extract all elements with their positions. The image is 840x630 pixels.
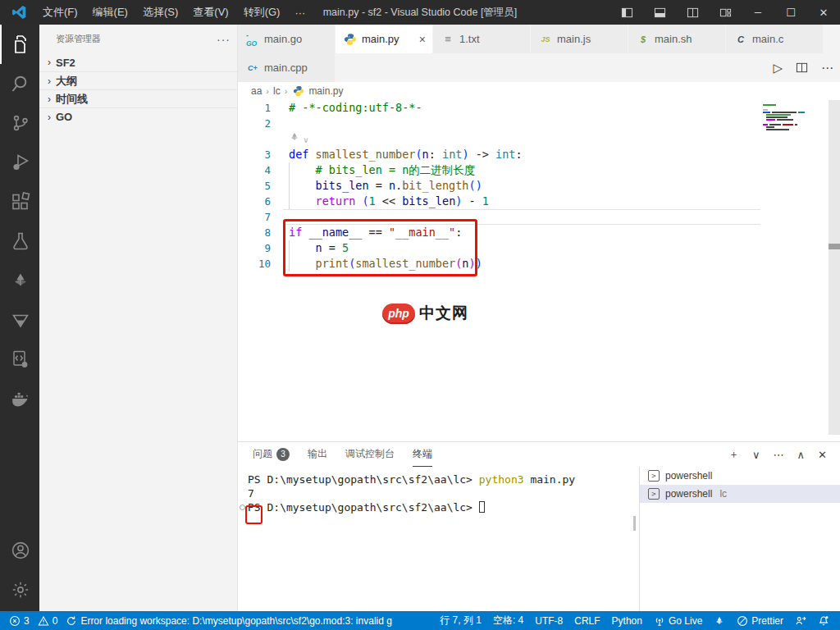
activitybar-account[interactable] bbox=[0, 531, 39, 570]
terminal-line: PS D:\mysetup\gopath\src\sf2\aa\lc> bbox=[248, 500, 638, 514]
toggle-secondary-sidebar-icon[interactable] bbox=[676, 0, 709, 25]
section-label: 时间线 bbox=[56, 92, 88, 107]
breadcrumb-file[interactable]: main.py bbox=[308, 85, 343, 97]
split-editor-button[interactable] bbox=[796, 62, 808, 74]
line-number: 3 bbox=[238, 147, 271, 162]
menu-选择[interactable]: 选择(S) bbox=[135, 0, 185, 25]
window-controls: ─☐✕ bbox=[610, 0, 840, 25]
pinwheel-lens-icon[interactable] bbox=[289, 131, 300, 143]
activitybar-code-runner[interactable] bbox=[0, 340, 39, 379]
activitybar-testing[interactable] bbox=[0, 221, 39, 261]
run-button[interactable]: ▷ bbox=[773, 61, 783, 75]
tab-label: main.go bbox=[264, 33, 302, 45]
code-line: 5 bits_len = n.bit_length() bbox=[238, 178, 840, 194]
minimap-line bbox=[766, 116, 827, 118]
tab-main.py[interactable]: main.py× bbox=[336, 25, 433, 53]
statusbar-prettier[interactable]: Prettier bbox=[733, 611, 788, 630]
statusbar-indentation[interactable]: 空格: 4 bbox=[489, 611, 527, 630]
tab-1.txt[interactable]: ≡1.txt bbox=[433, 25, 531, 53]
new-terminal-button[interactable]: ＋ bbox=[728, 447, 739, 462]
toggle-panel-icon[interactable] bbox=[643, 0, 676, 25]
statusbar-problems-errors[interactable]: 3 bbox=[5, 611, 34, 630]
panel-tab-终端[interactable]: 终端 bbox=[413, 442, 432, 467]
sidebar-section-大纲[interactable]: ›大纲 bbox=[39, 71, 237, 89]
statusbar-eol[interactable]: CRLF bbox=[570, 611, 604, 630]
activitybar-triangle[interactable] bbox=[0, 300, 39, 340]
line-number: 4 bbox=[238, 162, 271, 178]
annotation-box-output bbox=[245, 505, 262, 524]
sidebar-section-sf2[interactable]: ›SF2 bbox=[39, 53, 237, 71]
tab-close-icon[interactable]: × bbox=[419, 33, 426, 46]
activitybar-pinwheel[interactable] bbox=[0, 261, 39, 300]
activitybar-explorer[interactable] bbox=[0, 25, 39, 64]
more-actions-button[interactable]: ⋯ bbox=[821, 61, 833, 75]
activitybar-settings[interactable] bbox=[0, 570, 39, 609]
line-content: # bits_len = n的二进制长度 bbox=[271, 162, 475, 178]
statusbar-notifications-bell[interactable] bbox=[814, 611, 833, 630]
activitybar-source-control[interactable] bbox=[0, 103, 39, 143]
statusbar-go-live[interactable]: Go Live bbox=[650, 611, 706, 630]
terminal[interactable]: PS D:\mysetup\gopath\src\sf2\aa\lc> pyth… bbox=[238, 467, 638, 611]
slash-icon bbox=[737, 615, 748, 627]
terminal-list-item[interactable]: >powershelllc bbox=[640, 485, 840, 503]
line-content: ∨ bbox=[271, 131, 309, 147]
panel-tab-label: 调试控制台 bbox=[345, 447, 395, 461]
terminal-list-item[interactable]: >powershell bbox=[640, 467, 840, 485]
terminal-name: powershell bbox=[665, 488, 712, 500]
close-button[interactable]: ✕ bbox=[807, 0, 840, 25]
tab-main.cpp[interactable]: C+main.cpp bbox=[238, 53, 336, 82]
minimap-line bbox=[763, 112, 827, 113]
editor-scrollbar[interactable] bbox=[829, 100, 840, 435]
panel-more-button[interactable]: ⋯ bbox=[774, 449, 784, 461]
toggle-sidebar-icon[interactable] bbox=[610, 0, 643, 25]
phpcn-watermark: php 中文网 bbox=[382, 303, 468, 324]
activitybar-run-debug[interactable] bbox=[0, 143, 39, 182]
js-file-icon: JS bbox=[539, 33, 552, 46]
panel-tab-问题[interactable]: 问题3 bbox=[253, 442, 290, 467]
panel-tab-调试控制台[interactable]: 调试控制台 bbox=[345, 442, 395, 467]
panel-header: 问题3输出调试控制台终端 ＋∨⋯∧✕ bbox=[238, 442, 840, 467]
watermark-text: 中文网 bbox=[419, 303, 468, 324]
breadcrumb-item[interactable]: aa bbox=[251, 85, 262, 97]
sidebar-section-go[interactable]: ›GO bbox=[39, 107, 237, 126]
breadcrumb[interactable]: aa›lc›main.py bbox=[238, 82, 840, 100]
tab-main.go[interactable]: -GOmain.go bbox=[238, 25, 336, 53]
activitybar-search[interactable] bbox=[0, 64, 39, 103]
statusbar-text: CRLF bbox=[574, 615, 600, 627]
code-line: 2 bbox=[238, 116, 840, 131]
tab-main.sh[interactable]: $main.sh bbox=[628, 25, 726, 53]
terminal-dropdown-button[interactable]: ∨ bbox=[752, 449, 760, 461]
activitybar-extensions[interactable] bbox=[0, 182, 39, 221]
menu-文件[interactable]: 文件(F) bbox=[35, 0, 85, 25]
minimize-button[interactable]: ─ bbox=[742, 0, 774, 25]
customize-layout-icon[interactable] bbox=[709, 0, 742, 25]
sidebar-more-icon[interactable]: ··· bbox=[217, 33, 231, 46]
sidebar-section-时间线[interactable]: ›时间线 bbox=[39, 89, 237, 107]
section-label: 大纲 bbox=[56, 74, 77, 89]
panel-maximize-button[interactable]: ∧ bbox=[797, 449, 806, 461]
maximize-button[interactable]: ☐ bbox=[774, 0, 807, 25]
breadcrumb-item[interactable]: lc bbox=[273, 85, 281, 97]
statusbar-encoding[interactable]: UTF-8 bbox=[531, 611, 567, 630]
minimap[interactable] bbox=[763, 104, 827, 131]
statusbar-language-mode[interactable]: Python bbox=[608, 611, 646, 630]
menu-bar: 文件(F)编辑(E)选择(S)查看(V)转到(G)··· bbox=[35, 0, 313, 25]
statusbar-cursor-position[interactable]: 行 7, 列 1 bbox=[436, 611, 486, 630]
activitybar-docker[interactable] bbox=[0, 379, 39, 418]
menu-转到[interactable]: 转到(G) bbox=[236, 0, 288, 25]
menu-more[interactable]: ··· bbox=[287, 0, 313, 25]
tab-main.js[interactable]: JSmain.js bbox=[531, 25, 628, 53]
go-file-icon: -GO bbox=[246, 33, 259, 46]
terminal-scrollbar[interactable] bbox=[633, 516, 636, 531]
menu-查看[interactable]: 查看(V) bbox=[185, 0, 235, 25]
line-content: return (1 << bits_len) - 1 bbox=[271, 194, 489, 209]
menu-编辑[interactable]: 编辑(E) bbox=[85, 0, 135, 25]
panel-tab-输出[interactable]: 输出 bbox=[308, 442, 327, 467]
statusbar-extension-pinwheel[interactable] bbox=[710, 611, 729, 630]
tab-main.c[interactable]: Cmain.c bbox=[726, 25, 824, 53]
lens-chevron-down-icon[interactable]: ∨ bbox=[300, 135, 309, 144]
statusbar-problems-warnings[interactable]: 0 bbox=[34, 611, 62, 630]
panel-close-button[interactable]: ✕ bbox=[818, 449, 827, 461]
statusbar-feedback[interactable] bbox=[791, 611, 810, 630]
statusbar-workspace-error-message[interactable]: Error loading workspace: D:\mysetup\gopa… bbox=[62, 611, 396, 630]
